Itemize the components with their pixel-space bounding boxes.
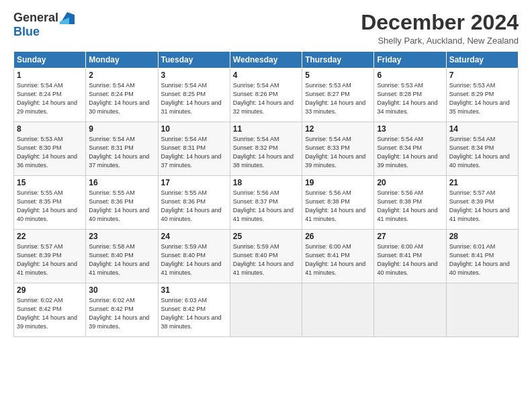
table-row: 29 Sunrise: 6:02 AMSunset: 8:42 PMDaylig…: [14, 283, 86, 337]
day-info: Sunrise: 5:54 AMSunset: 8:31 PMDaylight:…: [89, 135, 154, 170]
day-number: 9: [89, 124, 154, 134]
day-number: 20: [377, 178, 443, 187]
day-number: 30: [89, 285, 154, 295]
header-friday: Friday: [374, 52, 446, 68]
header: General Blue December 2024 Shelly Park, …: [13, 11, 519, 46]
day-number: 31: [161, 285, 227, 295]
table-row: 8 Sunrise: 5:53 AMSunset: 8:30 PMDayligh…: [14, 122, 86, 176]
day-info: Sunrise: 6:00 AMSunset: 8:41 PMDaylight:…: [377, 242, 443, 277]
day-number: 22: [17, 232, 83, 241]
day-number: 10: [161, 124, 227, 134]
table-row: 6 Sunrise: 5:53 AMSunset: 8:28 PMDayligh…: [374, 68, 446, 122]
table-row: 21 Sunrise: 5:57 AMSunset: 8:39 PMDaylig…: [446, 176, 518, 230]
day-number: 11: [233, 124, 299, 134]
table-row: 26 Sunrise: 6:00 AMSunset: 8:41 PMDaylig…: [302, 230, 374, 283]
table-row: 28 Sunrise: 6:01 AMSunset: 8:41 PMDaylig…: [446, 230, 518, 283]
day-number: 26: [305, 232, 371, 241]
calendar-week-row: 1 Sunrise: 5:54 AMSunset: 8:24 PMDayligh…: [14, 68, 519, 122]
table-row: 19 Sunrise: 5:56 AMSunset: 8:38 PMDaylig…: [302, 176, 374, 230]
day-number: 5: [305, 71, 371, 80]
table-row: 3 Sunrise: 5:54 AMSunset: 8:25 PMDayligh…: [158, 68, 230, 122]
table-row: 4 Sunrise: 5:54 AMSunset: 8:26 PMDayligh…: [230, 68, 302, 122]
day-info: Sunrise: 5:55 AMSunset: 8:35 PMDaylight:…: [17, 189, 83, 224]
day-info: Sunrise: 5:54 AMSunset: 8:34 PMDaylight:…: [377, 135, 443, 170]
header-wednesday: Wednesday: [230, 52, 302, 68]
day-number: 19: [305, 178, 371, 187]
calendar-week-row: 15 Sunrise: 5:55 AMSunset: 8:35 PMDaylig…: [14, 176, 519, 230]
day-number: 3: [161, 71, 227, 80]
table-row: [446, 283, 518, 337]
day-number: 16: [89, 178, 154, 187]
calendar-header-row: Sunday Monday Tuesday Wednesday Thursday…: [14, 52, 519, 68]
day-number: 27: [377, 232, 443, 241]
calendar-week-row: 29 Sunrise: 6:02 AMSunset: 8:42 PMDaylig…: [14, 283, 519, 337]
header-saturday: Saturday: [446, 52, 518, 68]
day-info: Sunrise: 5:54 AMSunset: 8:24 PMDaylight:…: [89, 81, 154, 116]
day-number: 23: [89, 232, 154, 241]
day-number: 21: [449, 178, 515, 187]
day-info: Sunrise: 5:56 AMSunset: 8:37 PMDaylight:…: [233, 189, 299, 224]
day-info: Sunrise: 5:54 AMSunset: 8:32 PMDaylight:…: [233, 135, 299, 170]
header-thursday: Thursday: [302, 52, 374, 68]
day-info: Sunrise: 6:01 AMSunset: 8:41 PMDaylight:…: [449, 242, 515, 277]
day-info: Sunrise: 6:00 AMSunset: 8:41 PMDaylight:…: [305, 242, 371, 277]
day-info: Sunrise: 5:59 AMSunset: 8:40 PMDaylight:…: [233, 242, 299, 277]
day-info: Sunrise: 5:54 AMSunset: 8:25 PMDaylight:…: [161, 81, 227, 116]
header-sunday: Sunday: [14, 52, 86, 68]
header-monday: Monday: [86, 52, 158, 68]
calendar-week-row: 22 Sunrise: 5:57 AMSunset: 8:39 PMDaylig…: [14, 230, 519, 283]
table-row: 23 Sunrise: 5:58 AMSunset: 8:40 PMDaylig…: [86, 230, 158, 283]
table-row: 22 Sunrise: 5:57 AMSunset: 8:39 PMDaylig…: [14, 230, 86, 283]
day-info: Sunrise: 5:53 AMSunset: 8:28 PMDaylight:…: [377, 81, 443, 116]
table-row: [302, 283, 374, 337]
table-row: 27 Sunrise: 6:00 AMSunset: 8:41 PMDaylig…: [374, 230, 446, 283]
day-number: 4: [233, 71, 299, 80]
day-info: Sunrise: 5:56 AMSunset: 8:38 PMDaylight:…: [377, 189, 443, 224]
table-row: 20 Sunrise: 5:56 AMSunset: 8:38 PMDaylig…: [374, 176, 446, 230]
day-number: 8: [17, 124, 83, 134]
day-number: 17: [161, 178, 227, 187]
table-row: 18 Sunrise: 5:56 AMSunset: 8:37 PMDaylig…: [230, 176, 302, 230]
day-number: 1: [17, 71, 83, 80]
logo-blue: Blue: [13, 25, 40, 39]
day-number: 7: [449, 71, 515, 80]
day-info: Sunrise: 5:54 AMSunset: 8:26 PMDaylight:…: [233, 81, 299, 116]
day-info: Sunrise: 5:55 AMSunset: 8:36 PMDaylight:…: [161, 189, 227, 224]
table-row: 30 Sunrise: 6:02 AMSunset: 8:42 PMDaylig…: [86, 283, 158, 337]
day-number: 18: [233, 178, 299, 187]
title-block: December 2024 Shelly Park, Auckland, New…: [361, 11, 519, 46]
table-row: [374, 283, 446, 337]
table-row: 31 Sunrise: 6:03 AMSunset: 8:42 PMDaylig…: [158, 283, 230, 337]
table-row: 9 Sunrise: 5:54 AMSunset: 8:31 PMDayligh…: [86, 122, 158, 176]
day-info: Sunrise: 5:54 AMSunset: 8:24 PMDaylight:…: [17, 81, 83, 116]
day-info: Sunrise: 5:53 AMSunset: 8:27 PMDaylight:…: [305, 81, 371, 116]
day-info: Sunrise: 5:57 AMSunset: 8:39 PMDaylight:…: [449, 189, 515, 224]
logo-icon: [60, 12, 75, 24]
day-number: 15: [17, 178, 83, 187]
table-row: 7 Sunrise: 5:53 AMSunset: 8:29 PMDayligh…: [446, 68, 518, 122]
logo: General Blue: [13, 11, 75, 39]
day-info: Sunrise: 5:56 AMSunset: 8:38 PMDaylight:…: [305, 189, 371, 224]
day-info: Sunrise: 5:57 AMSunset: 8:39 PMDaylight:…: [17, 242, 83, 277]
day-info: Sunrise: 6:02 AMSunset: 8:42 PMDaylight:…: [17, 296, 83, 331]
day-number: 6: [377, 71, 443, 80]
table-row: 24 Sunrise: 5:59 AMSunset: 8:40 PMDaylig…: [158, 230, 230, 283]
day-number: 24: [161, 232, 227, 241]
table-row: 11 Sunrise: 5:54 AMSunset: 8:32 PMDaylig…: [230, 122, 302, 176]
table-row: 15 Sunrise: 5:55 AMSunset: 8:35 PMDaylig…: [14, 176, 86, 230]
location: Shelly Park, Auckland, New Zealand: [361, 36, 519, 46]
day-number: 29: [17, 285, 83, 295]
day-info: Sunrise: 5:55 AMSunset: 8:36 PMDaylight:…: [89, 189, 154, 224]
table-row: [230, 283, 302, 337]
calendar-page: General Blue December 2024 Shelly Park, …: [0, 0, 532, 411]
day-info: Sunrise: 5:54 AMSunset: 8:33 PMDaylight:…: [305, 135, 371, 170]
table-row: 12 Sunrise: 5:54 AMSunset: 8:33 PMDaylig…: [302, 122, 374, 176]
calendar-week-row: 8 Sunrise: 5:53 AMSunset: 8:30 PMDayligh…: [14, 122, 519, 176]
day-info: Sunrise: 5:53 AMSunset: 8:29 PMDaylight:…: [449, 81, 515, 116]
day-number: 2: [89, 71, 154, 80]
day-info: Sunrise: 5:54 AMSunset: 8:34 PMDaylight:…: [449, 135, 515, 170]
day-number: 28: [449, 232, 515, 241]
day-info: Sunrise: 5:58 AMSunset: 8:40 PMDaylight:…: [89, 242, 154, 277]
table-row: 16 Sunrise: 5:55 AMSunset: 8:36 PMDaylig…: [86, 176, 158, 230]
day-info: Sunrise: 5:54 AMSunset: 8:31 PMDaylight:…: [161, 135, 227, 170]
